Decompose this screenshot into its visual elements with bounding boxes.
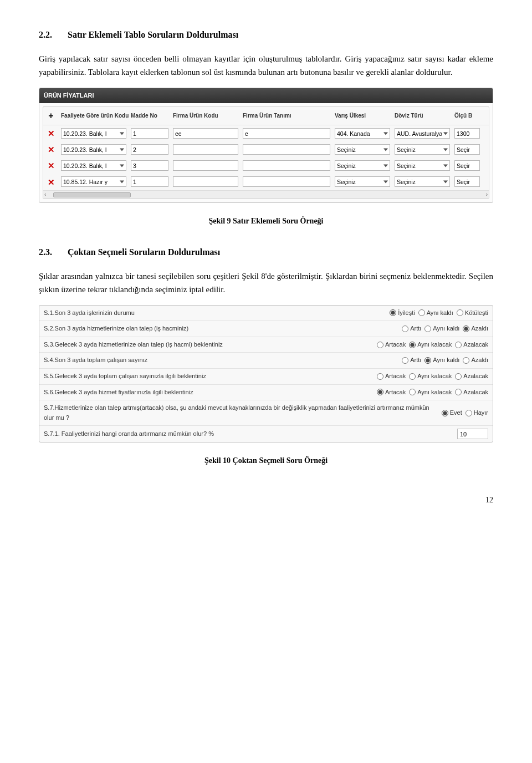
fig9-kodu-input[interactable] — [173, 144, 238, 155]
fig9-title: ÜRÜN FİYATLARI — [39, 88, 493, 104]
fig10-question: S.4.Son 3 ayda toplam çalışan sayınız — [44, 355, 396, 365]
radio-input[interactable] — [402, 325, 408, 332]
radio-label: Aynı kalacak — [417, 340, 452, 350]
radio-option[interactable]: Arttı — [402, 355, 421, 365]
fig9-madde-input[interactable] — [131, 144, 168, 155]
radio-label: Azalacak — [463, 372, 488, 382]
fig9-row-delete[interactable]: ✕ — [43, 128, 59, 139]
radio-group: ArtacakAynı kalacakAzalacak — [377, 372, 488, 382]
radio-input[interactable] — [402, 357, 408, 364]
fig9-horizontal-scrollbar[interactable]: ‹ › — [43, 190, 489, 199]
radio-label: Azaldı — [471, 324, 488, 334]
radio-input[interactable] — [409, 342, 416, 348]
radio-input[interactable] — [418, 309, 425, 316]
fig9-row-delete[interactable]: ✕ — [43, 144, 59, 155]
radio-option[interactable]: Aynı kaldı — [424, 355, 459, 365]
radio-option[interactable]: Arttı — [402, 324, 421, 334]
fig9-madde-input[interactable] — [131, 128, 168, 139]
radio-input[interactable] — [424, 325, 431, 332]
fig9-olcu-input[interactable] — [454, 128, 480, 139]
radio-option[interactable]: Evet — [442, 408, 462, 418]
radio-input[interactable] — [455, 373, 462, 380]
fig9-tanim-input[interactable] — [243, 160, 330, 171]
fig10-text-input[interactable] — [457, 429, 488, 439]
fig9-col-doviz: Döviz Türü — [392, 110, 452, 122]
radio-option[interactable]: Hayır — [466, 408, 488, 418]
fig9-cpa-select[interactable]: 10.20.23. Balık, l — [61, 144, 126, 155]
radio-label: İyileşti — [398, 308, 415, 318]
fig9-kodu-input[interactable] — [173, 176, 238, 187]
fig9-add-row[interactable]: + — [43, 110, 59, 121]
fig10-question: S.1.Son 3 ayda işlerinizin durumu — [44, 308, 384, 318]
fig9-header-row: + Faaliyete Göre ürün Kodu (CPA) Madde N… — [43, 107, 489, 125]
radio-input[interactable] — [377, 373, 383, 380]
fig9-doviz-select[interactable]: AUD. Avusturalya — [395, 128, 450, 139]
radio-option[interactable]: Artacak — [377, 388, 406, 398]
radio-option[interactable]: Artacak — [377, 340, 406, 350]
fig9-doviz-select[interactable]: Seçiniz — [395, 176, 450, 187]
radio-label: Evet — [450, 408, 462, 418]
fig10-question: S.3.Gelecek 3 ayda hizmetlerinize olan t… — [44, 340, 371, 350]
radio-input[interactable] — [457, 309, 463, 316]
plus-icon: + — [47, 112, 55, 120]
radio-option[interactable]: İyileşti — [390, 308, 415, 318]
fig9-doviz-select[interactable]: Seçiniz — [395, 160, 450, 171]
fig9-madde-input[interactable] — [131, 160, 168, 171]
radio-option[interactable]: Aynı kaldı — [418, 308, 453, 318]
fig10-row: S.3.Gelecek 3 ayda hizmetlerinize olan t… — [39, 337, 493, 353]
radio-option[interactable]: Azalacak — [455, 372, 488, 382]
radio-label: Aynı kalacak — [417, 372, 452, 382]
radio-label: Aynı kalacak — [417, 388, 452, 398]
radio-option[interactable]: Artacak — [377, 372, 406, 382]
fig9-ulke-select[interactable]: Seçiniz — [335, 144, 390, 155]
radio-option[interactable]: Azalacak — [455, 388, 488, 398]
fig9-ulke-select[interactable]: Seçiniz — [335, 160, 390, 171]
table-row: ✕ 10.20.23. Balık, l Seçiniz Seçiniz — [43, 141, 489, 157]
fig9-cpa-select[interactable]: 10.85.12. Hazır y — [61, 176, 126, 187]
radio-group: ArttıAynı kaldıAzaldı — [402, 324, 488, 334]
fig9-kodu-input[interactable] — [173, 160, 238, 171]
fig9-cpa-select[interactable]: 10.20.23. Balık, l — [61, 160, 126, 171]
fig9-row-delete[interactable]: ✕ — [43, 176, 59, 188]
radio-option[interactable]: Aynı kalacak — [409, 388, 452, 398]
scroll-right-icon: › — [486, 190, 488, 199]
radio-input[interactable] — [390, 309, 396, 316]
fig9-tanim-input[interactable] — [243, 176, 330, 187]
radio-option[interactable]: Aynı kalacak — [409, 372, 452, 382]
fig9-doviz-select[interactable]: Seçiniz — [395, 144, 450, 155]
fig10-question: S.7.Hizmetlerinize olan talep artmış(art… — [44, 403, 436, 423]
radio-label: Arttı — [410, 355, 421, 365]
radio-option[interactable]: Azaldı — [463, 324, 488, 334]
close-icon: ✕ — [48, 178, 55, 186]
fig9-row-delete[interactable]: ✕ — [43, 160, 59, 171]
fig9-olcu-input[interactable] — [454, 160, 480, 171]
radio-option[interactable]: Azaldı — [463, 355, 488, 365]
radio-input[interactable] — [442, 410, 448, 416]
radio-input[interactable] — [409, 373, 416, 380]
radio-input[interactable] — [455, 342, 462, 348]
radio-input[interactable] — [466, 410, 472, 416]
radio-option[interactable]: Kötüleşti — [457, 308, 488, 318]
radio-input[interactable] — [455, 389, 462, 395]
radio-input[interactable] — [463, 357, 469, 364]
radio-input[interactable] — [463, 325, 469, 332]
fig9-kodu-input[interactable] — [173, 128, 238, 139]
fig9-tanim-input[interactable] — [243, 144, 330, 155]
radio-input[interactable] — [424, 357, 431, 364]
fig9-olcu-input[interactable] — [454, 176, 480, 187]
radio-input[interactable] — [409, 389, 416, 395]
fig9-ulke-select[interactable]: 404. Kanada — [335, 128, 390, 139]
fig9-tanim-input[interactable] — [243, 128, 330, 139]
radio-label: Artacak — [385, 388, 406, 398]
fig9-cpa-select[interactable]: 10.20.23. Balık, l — [61, 128, 126, 139]
radio-label: Kötüleşti — [465, 308, 488, 318]
radio-option[interactable]: Aynı kaldı — [424, 324, 459, 334]
fig9-madde-input[interactable] — [131, 176, 168, 187]
radio-option[interactable]: Aynı kalacak — [409, 340, 452, 350]
radio-input[interactable] — [377, 342, 383, 348]
radio-input[interactable] — [377, 389, 383, 395]
fig9-olcu-input[interactable] — [454, 144, 480, 155]
fig9-ulke-select[interactable]: Seçiniz — [335, 176, 390, 187]
scrollbar-thumb[interactable] — [53, 192, 131, 197]
radio-option[interactable]: Azalacak — [455, 340, 488, 350]
